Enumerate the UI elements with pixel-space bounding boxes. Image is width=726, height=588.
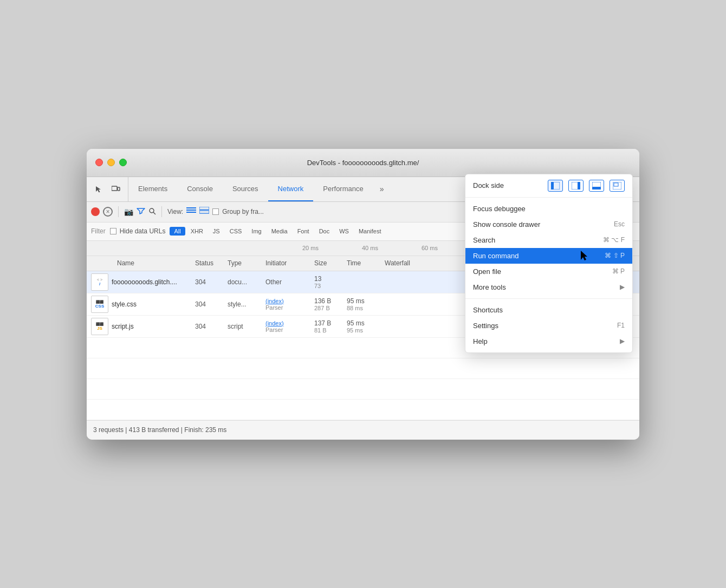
row-time bbox=[347, 271, 385, 293]
tick-20ms: 20 ms bbox=[302, 245, 319, 251]
dock-side-label: Dock side bbox=[473, 181, 542, 190]
svg-rect-9 bbox=[186, 212, 196, 213]
col-header-name[interactable]: Name bbox=[87, 259, 195, 267]
tab-performance[interactable]: Performance bbox=[313, 177, 373, 201]
menu-item-run-command[interactable]: Run command ⌘ ⇧ P bbox=[465, 248, 632, 264]
svg-rect-15 bbox=[578, 182, 580, 190]
minimize-button[interactable] bbox=[107, 159, 115, 166]
row-time: 95 ms 95 ms bbox=[347, 316, 385, 337]
filter-js[interactable]: JS bbox=[209, 227, 224, 236]
svg-rect-10 bbox=[199, 207, 209, 210]
svg-line-6 bbox=[153, 212, 155, 214]
clear-button[interactable] bbox=[103, 207, 113, 217]
row-status: 304 bbox=[195, 293, 228, 315]
filter-icon[interactable] bbox=[137, 207, 145, 217]
col-header-type[interactable]: Type bbox=[228, 259, 265, 267]
context-menu: Dock side bbox=[465, 174, 633, 353]
col-header-time[interactable]: Time bbox=[347, 259, 385, 267]
status-text: 3 requests | 413 B transferred | Finish:… bbox=[93, 426, 226, 434]
tabs-container: Elements Console Sources Network Perform… bbox=[128, 177, 391, 201]
search-icon[interactable] bbox=[148, 207, 156, 217]
menu-item-search[interactable]: Search ⌘ ⌥ F bbox=[465, 232, 632, 248]
row-status: 304 bbox=[195, 271, 228, 293]
dock-right-button[interactable] bbox=[568, 180, 584, 192]
cursor-icon[interactable] bbox=[91, 181, 106, 197]
menu-item-show-console[interactable]: Show console drawer Esc bbox=[465, 217, 632, 232]
large-view-button[interactable] bbox=[199, 207, 209, 217]
filter-all[interactable]: All bbox=[170, 227, 185, 236]
col-header-size[interactable]: Size bbox=[314, 259, 347, 267]
separator bbox=[118, 206, 119, 217]
dock-bottom-button[interactable] bbox=[589, 180, 604, 192]
dock-icons bbox=[548, 180, 625, 192]
tab-console[interactable]: Console bbox=[177, 177, 223, 201]
close-button[interactable] bbox=[95, 159, 103, 166]
menu-item-shortcuts[interactable]: Shortcuts bbox=[465, 302, 632, 318]
device-toggle-icon[interactable] bbox=[108, 181, 124, 197]
file-name: script.js bbox=[112, 323, 134, 330]
svg-rect-17 bbox=[592, 187, 601, 190]
hide-data-urls-checkbox[interactable] bbox=[110, 228, 116, 234]
svg-rect-19 bbox=[614, 183, 618, 186]
menu-item-open-file[interactable]: Open file ⌘ P bbox=[465, 264, 632, 279]
row-name: ⬛⬛ CSS style.css bbox=[87, 293, 195, 315]
filter-types: All XHR JS CSS Img Media Font Doc WS Man… bbox=[170, 227, 385, 236]
row-type: script bbox=[228, 316, 265, 337]
filter-css[interactable]: CSS bbox=[225, 227, 247, 236]
svg-point-5 bbox=[150, 208, 154, 213]
file-icon-css: ⬛⬛ CSS bbox=[91, 296, 108, 313]
svg-rect-7 bbox=[186, 207, 196, 208]
hide-data-urls: Hide data URLs bbox=[110, 227, 166, 235]
svg-rect-11 bbox=[199, 211, 209, 213]
tab-sources[interactable]: Sources bbox=[223, 177, 268, 201]
row-initiator: (index) Parser bbox=[265, 316, 314, 337]
view-label: View: bbox=[167, 208, 183, 215]
row-type: docu... bbox=[228, 271, 265, 293]
menu-item-settings[interactable]: Settings F1 bbox=[465, 318, 632, 334]
menu-section-1: Focus debuggee Show console drawer Esc S… bbox=[465, 198, 632, 299]
tab-more[interactable]: » bbox=[373, 177, 391, 201]
filter-doc[interactable]: Doc bbox=[315, 227, 334, 236]
group-frame-checkbox[interactable] bbox=[212, 208, 219, 215]
title-bar: DevTools - fooooooooods.glitch.me/ bbox=[87, 149, 639, 177]
menu-item-more-tools[interactable]: More tools ▶ bbox=[465, 279, 632, 295]
window-title: DevTools - fooooooooods.glitch.me/ bbox=[307, 159, 419, 167]
tab-elements[interactable]: Elements bbox=[128, 177, 177, 201]
menu-section-2: Shortcuts Settings F1 Help ▶ bbox=[465, 299, 632, 352]
row-initiator: (index) Parser bbox=[265, 293, 314, 315]
status-bar: 3 requests | 413 B transferred | Finish:… bbox=[87, 420, 639, 440]
dock-left-button[interactable] bbox=[548, 180, 563, 192]
filter-ws[interactable]: WS bbox=[335, 227, 353, 236]
filter-manifest[interactable]: Manifest bbox=[354, 227, 386, 236]
dock-side-section: Dock side bbox=[465, 174, 632, 198]
row-status: 304 bbox=[195, 316, 228, 337]
dock-undock-button[interactable] bbox=[610, 180, 625, 192]
menu-item-focus-debuggee[interactable]: Focus debuggee bbox=[465, 201, 632, 217]
maximize-button[interactable] bbox=[119, 159, 127, 166]
filter-xhr[interactable]: XHR bbox=[186, 227, 208, 236]
record-button[interactable] bbox=[91, 207, 100, 216]
file-name: style.css bbox=[112, 300, 137, 308]
file-name: fooooooooods.glitch.... bbox=[112, 278, 177, 286]
filter-label: Filter bbox=[91, 227, 106, 235]
row-initiator: Other bbox=[265, 271, 314, 293]
row-size: 137 B 81 B bbox=[314, 316, 347, 337]
group-by-frame: Group by fra... bbox=[212, 208, 264, 215]
row-type: style... bbox=[228, 293, 265, 315]
tick-40ms: 40 ms bbox=[362, 245, 378, 251]
tick-60ms: 60 ms bbox=[422, 245, 438, 251]
svg-rect-1 bbox=[118, 187, 120, 191]
row-name: ⬛⬛ JS script.js bbox=[87, 316, 195, 337]
svg-rect-8 bbox=[186, 210, 196, 211]
file-icon-js: ⬛⬛ JS bbox=[91, 318, 108, 335]
svg-rect-13 bbox=[551, 182, 554, 190]
list-view-button[interactable] bbox=[186, 207, 196, 217]
filter-img[interactable]: Img bbox=[247, 227, 265, 236]
col-header-status[interactable]: Status bbox=[195, 259, 228, 267]
screenshot-icon[interactable]: 📷 bbox=[124, 207, 133, 216]
col-header-initiator[interactable]: Initiator bbox=[265, 259, 314, 267]
filter-font[interactable]: Font bbox=[293, 227, 314, 236]
tab-network[interactable]: Network bbox=[268, 177, 314, 201]
menu-item-help[interactable]: Help ▶ bbox=[465, 334, 632, 349]
filter-media[interactable]: Media bbox=[267, 227, 292, 236]
